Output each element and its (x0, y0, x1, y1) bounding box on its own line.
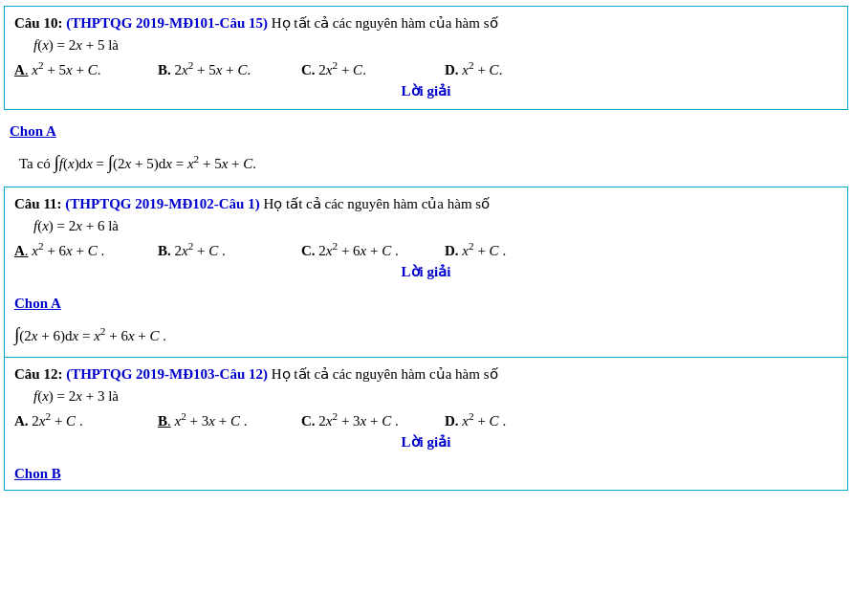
q10-number: Câu 10: (14, 15, 62, 31)
question-10-block: Câu 10: (THPTQG 2019-MĐ101-Câu 15) Họ tấ… (4, 6, 848, 110)
q11-problem: Họ tất cả các nguyên hàm của hàm số (263, 196, 490, 211)
q12-number: Câu 12: (14, 366, 62, 382)
q10-func: f(x) = 2x + 5 là (33, 34, 838, 56)
q11-solution-outer: Chon A ∫(2x + 6)dx = x2 + 6x + C . (5, 290, 847, 357)
q12-solution-outer: Chon B (5, 460, 847, 490)
q12-chon[interactable]: Chon B (14, 462, 838, 486)
q10-answer-a: A. x2 + 5x + C. (14, 59, 129, 78)
q12-answers: A. 2x2 + C . B. x2 + 3x + C . C. 2x2 + 3… (14, 410, 838, 429)
q11-header: Câu 11: (THPTQG 2019-MĐ102-Câu 1) Họ tất… (14, 193, 838, 215)
q10-chon[interactable]: Chon A (10, 120, 842, 143)
q12-problem: Họ tất cả các nguyên hàm của hàm số (272, 366, 498, 382)
question-11-block: Câu 11: (THPTQG 2019-MĐ102-Câu 1) Họ tất… (4, 187, 848, 491)
q11-code: (THPTQG 2019-MĐ102-Câu 1) (65, 196, 259, 211)
q10-answer-d: D. x2 + C. (445, 59, 559, 78)
question-10-header: Câu 10: (THPTQG 2019-MĐ101-Câu 15) Họ tấ… (14, 12, 838, 34)
q11-inner: Câu 11: (THPTQG 2019-MĐ102-Câu 1) Họ tất… (5, 187, 847, 290)
q11-func: f(x) = 2x + 6 là (33, 215, 838, 237)
q11-answer-d: D. x2 + C . (445, 240, 559, 259)
q12-inner: Câu 12: (THPTQG 2019-MĐ103-Câu 12) Họ tấ… (5, 358, 847, 460)
q10-solution-outer: Chon A Ta có ∫f(x)dx = ∫(2x + 5)dx = x2 … (0, 116, 852, 187)
q11-solution-text: ∫(2x + 6)dx = x2 + 6x + C . (14, 319, 838, 349)
q10-solution-text: Ta có ∫f(x)dx = ∫(2x + 5)dx = x2 + 5x + … (19, 147, 842, 177)
q12-func: f(x) = 2x + 3 là (33, 385, 838, 407)
q12-code: (THPTQG 2019-MĐ103-Câu 12) (66, 366, 268, 382)
q11-chon[interactable]: Chon A (14, 292, 838, 316)
q10-answer-c: C. 2x2 + C. (301, 59, 416, 78)
q10-problem: Họ tất cả các nguyên hàm của hàm số (272, 15, 498, 31)
q12-answer-d: D. x2 + C . (445, 410, 559, 429)
q10-code: (THPTQG 2019-MĐ101-Câu 15) (66, 15, 268, 31)
q11-number: Câu 11: (14, 196, 62, 211)
q10-loi-giai: Lời giải (14, 82, 838, 99)
q11-answer-b: B. 2x2 + C . (158, 240, 273, 259)
q12-loi-giai: Lời giải (14, 433, 838, 451)
q10-answers: A. x2 + 5x + C. B. 2x2 + 5x + C. C. 2x2 … (14, 59, 838, 78)
q11-loi-giai: Lời giải (14, 263, 838, 280)
q11-answers: A. x2 + 6x + C . B. 2x2 + C . C. 2x2 + 6… (14, 240, 838, 259)
q12-answer-b: B. x2 + 3x + C . (158, 410, 273, 429)
q11-answer-a: A. x2 + 6x + C . (14, 240, 129, 259)
q11-answer-c: C. 2x2 + 6x + C . (301, 240, 416, 259)
q12-answer-c: C. 2x2 + 3x + C . (301, 410, 416, 429)
q10-answer-b: B. 2x2 + 5x + C. (158, 59, 273, 78)
q12-answer-a: A. 2x2 + C . (14, 410, 129, 429)
q12-header: Câu 12: (THPTQG 2019-MĐ103-Câu 12) Họ tấ… (14, 363, 838, 385)
